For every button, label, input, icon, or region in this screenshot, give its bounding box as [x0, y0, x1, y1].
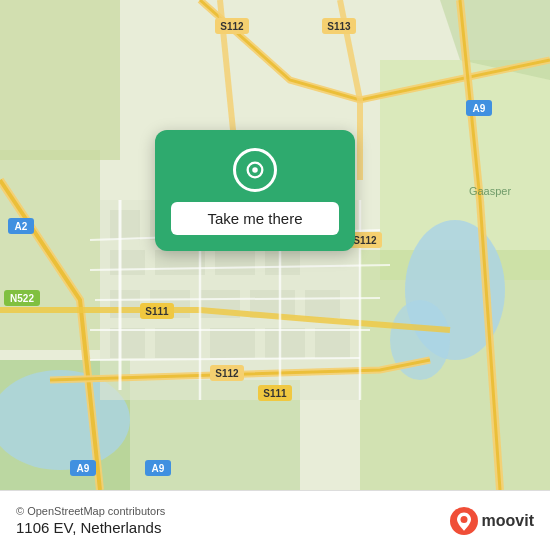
svg-rect-17: [110, 250, 145, 275]
svg-rect-18: [155, 250, 205, 275]
map-container: S112 S113 S112 S112 S111 S111 A2 A9 A9 A…: [0, 0, 550, 490]
svg-text:Gaasper: Gaasper: [469, 185, 512, 197]
take-me-there-button[interactable]: Take me there: [171, 202, 339, 235]
svg-rect-30: [315, 328, 350, 358]
svg-rect-21: [110, 290, 140, 318]
moovit-logo: moovit: [450, 507, 534, 535]
svg-point-57: [460, 516, 467, 523]
svg-text:A2: A2: [15, 221, 28, 232]
svg-text:S112: S112: [353, 235, 377, 246]
svg-rect-20: [265, 250, 300, 275]
svg-rect-27: [155, 328, 200, 358]
svg-point-55: [252, 167, 258, 173]
attribution-text: © OpenStreetMap contributors: [16, 505, 165, 517]
svg-rect-26: [110, 328, 145, 358]
bottom-left: © OpenStreetMap contributors 1106 EV, Ne…: [16, 505, 165, 536]
svg-text:A9: A9: [473, 103, 486, 114]
pin-icon: [244, 159, 266, 181]
popup-card: Take me there: [155, 130, 355, 251]
svg-rect-25: [305, 290, 340, 318]
svg-text:A9: A9: [77, 463, 90, 474]
svg-text:S112: S112: [215, 368, 239, 379]
svg-rect-1: [0, 0, 120, 160]
svg-rect-29: [265, 328, 305, 358]
svg-text:A9: A9: [152, 463, 165, 474]
moovit-brand-name: moovit: [482, 512, 534, 530]
svg-text:S112: S112: [220, 21, 244, 32]
svg-text:N522: N522: [10, 293, 34, 304]
location-label: 1106 EV, Netherlands: [16, 519, 165, 536]
svg-rect-28: [210, 328, 255, 358]
location-pin: [233, 148, 277, 192]
svg-text:S111: S111: [145, 306, 169, 317]
bottom-bar: © OpenStreetMap contributors 1106 EV, Ne…: [0, 490, 550, 550]
svg-text:S113: S113: [327, 21, 351, 32]
moovit-logo-icon: [450, 507, 478, 535]
svg-rect-12: [110, 210, 140, 240]
svg-rect-19: [215, 250, 255, 275]
svg-text:S111: S111: [263, 388, 287, 399]
